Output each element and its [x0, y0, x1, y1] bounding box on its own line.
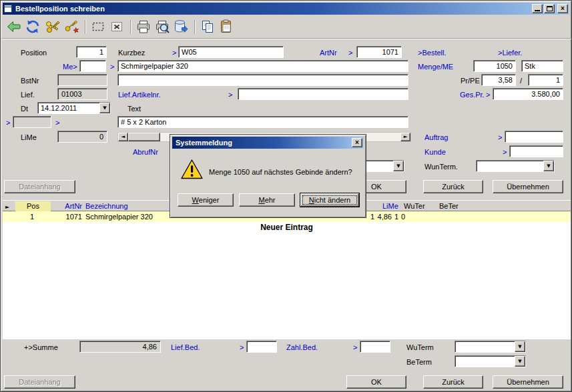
- artnr-arrow[interactable]: >: [348, 49, 352, 57]
- grid-header-artnr[interactable]: ArtNr: [51, 201, 82, 211]
- maximize-button[interactable]: [544, 4, 555, 13]
- back-button[interactable]: [6, 19, 22, 35]
- mehr-button[interactable]: Mehr: [239, 193, 295, 207]
- kunde-arrow[interactable]: >: [503, 148, 507, 156]
- lief-bed-field[interactable]: [246, 341, 277, 353]
- text-arrow[interactable]: >: [55, 119, 59, 127]
- database-export-icon: [173, 19, 189, 35]
- weniger-button[interactable]: Weniger: [178, 193, 234, 207]
- dialog-title: Systemmeldung: [174, 139, 349, 147]
- beterm-combo[interactable]: ▼: [455, 355, 526, 367]
- zahl-bed-field[interactable]: [360, 341, 390, 353]
- close-button[interactable]: ×: [557, 4, 568, 13]
- zahl-bed-arrow[interactable]: >: [353, 343, 357, 351]
- toolbar-divider: [2, 38, 571, 39]
- beterm-label: BeTerm: [406, 358, 432, 366]
- bezeichnung-arrow[interactable]: >: [110, 63, 114, 71]
- menge-field[interactable]: [473, 60, 516, 72]
- print-preview-button[interactable]: [154, 19, 170, 35]
- grid-header-bezeichnung[interactable]: Bezeichnung: [85, 201, 128, 211]
- zurueck-button-bottom[interactable]: Zurück: [423, 375, 483, 389]
- grid-new-entry-row[interactable]: Neuer Eintrag: [3, 222, 571, 233]
- einheit-field[interactable]: [521, 60, 563, 72]
- paste-button[interactable]: [218, 19, 234, 35]
- menge-me-label: Menge/ME: [418, 63, 453, 71]
- scroll-thumb[interactable]: [128, 133, 160, 141]
- zurueck-button-top[interactable]: Zurück: [423, 180, 483, 193]
- chevron-down-icon[interactable]: ▼: [393, 161, 404, 171]
- refresh-icon: [25, 19, 41, 35]
- uebernehmen-button-bottom[interactable]: Übernehmen: [493, 375, 563, 389]
- window-titlebar: Bestellposition schreiben ×: [3, 3, 569, 15]
- beterm-value: [455, 356, 515, 367]
- zahl-bed-label: Zahl.Bed.: [286, 343, 318, 351]
- me-field[interactable]: [79, 60, 106, 72]
- chevron-down-icon[interactable]: ▼: [515, 356, 525, 367]
- dialog-close-button[interactable]: ×: [352, 138, 362, 147]
- keys-run-button[interactable]: [63, 19, 79, 35]
- wunterm-value: [477, 161, 543, 171]
- ges-pr-field[interactable]: [493, 88, 563, 100]
- wuterm-combo-footer[interactable]: ▼: [455, 341, 526, 353]
- kunde-label: Kunde: [424, 148, 446, 156]
- lief-artikelnr-arrow[interactable]: >: [228, 91, 232, 99]
- grid-header-lime[interactable]: LiMe: [382, 201, 398, 211]
- wunterm-label: WunTerm.: [424, 163, 458, 171]
- dt-combo[interactable]: 14.12.2011 ▼: [37, 102, 111, 114]
- delete-button[interactable]: [109, 19, 125, 35]
- text-field[interactable]: [117, 116, 408, 128]
- abrufnr-label: AbrufNr: [133, 148, 158, 156]
- chevron-down-icon[interactable]: ▼: [99, 103, 110, 113]
- scroll-right-icon[interactable]: ►: [400, 133, 410, 141]
- chevron-down-icon[interactable]: ▼: [515, 341, 525, 352]
- database-export-button[interactable]: [173, 19, 189, 35]
- scroll-left-icon[interactable]: ◄: [118, 133, 128, 141]
- text-prefix-arrow[interactable]: >: [6, 119, 10, 127]
- lief-artikelnr-label: Lief.Artikelnr.: [118, 91, 161, 99]
- print-preview-icon: [154, 19, 170, 35]
- grid-header-beter[interactable]: BeTer: [439, 201, 459, 211]
- auftrag-field[interactable]: [505, 131, 563, 143]
- toolbar: [1, 17, 572, 38]
- liefer-link[interactable]: >Liefer.: [498, 49, 522, 57]
- lief-bed-arrow[interactable]: >: [240, 343, 244, 351]
- minimize-button[interactable]: [532, 4, 543, 13]
- bezeichnung-field[interactable]: [117, 60, 408, 72]
- artnr-field[interactable]: [356, 46, 402, 58]
- select-rectangle-button[interactable]: [90, 19, 106, 35]
- chevron-down-icon[interactable]: ▼: [543, 161, 554, 171]
- grid-cell-artnr: 1071: [51, 211, 82, 222]
- kunde-field[interactable]: [509, 145, 563, 157]
- row-selector-icon: ►: [5, 202, 9, 212]
- grid-cell-lime: 0: [385, 211, 405, 222]
- auftrag-arrow[interactable]: >: [498, 133, 502, 141]
- refresh-button[interactable]: [25, 19, 41, 35]
- grid-header-pos[interactable]: Pos: [15, 201, 51, 211]
- keys-run-icon: [63, 19, 79, 35]
- ok-button-bottom[interactable]: OK: [346, 375, 406, 389]
- toolbar-separator: [194, 20, 196, 34]
- nicht-aendern-button[interactable]: Nicht ändern: [300, 193, 359, 207]
- kurzbez-arrow[interactable]: >: [172, 49, 176, 57]
- maximize-icon: [547, 6, 553, 11]
- grid-cell-bezeichnung: Schmirgelpapier 320: [85, 211, 153, 222]
- summe-label: +>Summe: [24, 343, 58, 351]
- keys-button[interactable]: [45, 19, 61, 35]
- bestell-link[interactable]: >Bestell.: [418, 49, 447, 57]
- bstnr-text-field[interactable]: [117, 74, 408, 86]
- kurzbez-field[interactable]: [178, 46, 284, 58]
- lief-artikelnr-field[interactable]: [238, 88, 408, 100]
- copy-button[interactable]: [200, 19, 216, 35]
- grid-header-wuter[interactable]: WuTer: [404, 201, 425, 211]
- ges-pr-arrow[interactable]: >: [486, 91, 490, 99]
- uebernehmen-button-top[interactable]: Übernehmen: [493, 180, 563, 193]
- pe-field[interactable]: [528, 74, 563, 86]
- window-icon: [4, 5, 12, 13]
- pr-field[interactable]: [481, 74, 516, 86]
- print-button[interactable]: [135, 19, 152, 35]
- lief-bed-label: Lief.Bed.: [171, 343, 200, 351]
- keys-icon: [45, 19, 61, 35]
- position-field[interactable]: [76, 46, 107, 58]
- wunterm-combo[interactable]: ▼: [476, 160, 555, 172]
- lief-label: Lief.: [21, 91, 35, 99]
